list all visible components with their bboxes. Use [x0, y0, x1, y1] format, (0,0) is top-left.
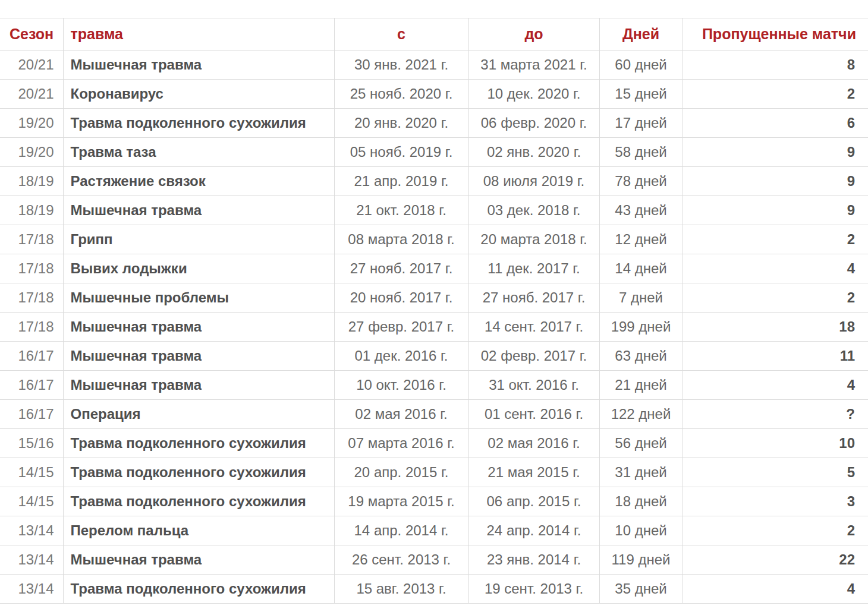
table-row: 16/17Мышечная травма10 окт. 2016 г.31 ок…	[0, 371, 868, 400]
cell-missed: 4	[683, 371, 868, 400]
cell-season: 17/18	[0, 225, 63, 254]
cell-missed: 18	[683, 313, 868, 342]
cell-missed: 2	[683, 283, 868, 313]
cell-to: 21 мая 2015 г.	[468, 458, 599, 487]
cell-from: 10 окт. 2016 г.	[334, 371, 468, 400]
cell-to: 31 марта 2021 г.	[468, 51, 599, 80]
table-row: 14/15Травма подколенного сухожилия20 апр…	[0, 458, 868, 487]
cell-to: 24 апр. 2014 г.	[468, 516, 599, 545]
cell-injury: Мышечная травма	[63, 51, 334, 80]
cell-missed: 6	[683, 109, 868, 138]
cell-injury: Мышечные проблемы	[63, 283, 334, 313]
cell-injury: Мышечная травма	[63, 196, 334, 225]
cell-missed: 5	[683, 458, 868, 487]
cell-to: 01 сент. 2016 г.	[468, 400, 599, 429]
cell-season: 20/21	[0, 80, 63, 109]
cell-missed: 8	[683, 51, 868, 80]
column-header-days: Дней	[599, 18, 683, 51]
cell-to: 02 мая 2016 г.	[468, 429, 599, 458]
cell-from: 05 нояб. 2019 г.	[334, 138, 468, 167]
cell-days: 7 дней	[599, 283, 683, 313]
injury-history-table: Сезон травма с до Дней Пропущенные матчи…	[0, 18, 868, 604]
cell-to: 03 дек. 2018 г.	[468, 196, 599, 225]
cell-to: 14 сент. 2017 г.	[468, 313, 599, 342]
column-header-missed-matches: Пропущенные матчи	[683, 18, 868, 51]
cell-to: 11 дек. 2017 г.	[468, 254, 599, 283]
table-row: 17/18Грипп08 марта 2018 г.20 марта 2018 …	[0, 225, 868, 254]
cell-from: 21 апр. 2019 г.	[334, 167, 468, 196]
table-row: 14/15Травма подколенного сухожилия19 мар…	[0, 487, 868, 516]
cell-season: 19/20	[0, 138, 63, 167]
cell-season: 18/19	[0, 196, 63, 225]
cell-days: 58 дней	[599, 138, 683, 167]
cell-injury: Грипп	[63, 225, 334, 254]
cell-season: 20/21	[0, 51, 63, 80]
cell-missed: 10	[683, 429, 868, 458]
cell-season: 15/16	[0, 429, 63, 458]
cell-days: 18 дней	[599, 487, 683, 516]
cell-missed: 11	[683, 342, 868, 371]
cell-injury: Мышечная травма	[63, 545, 334, 575]
cell-season: 17/18	[0, 313, 63, 342]
cell-injury: Мышечная травма	[63, 342, 334, 371]
cell-from: 21 окт. 2018 г.	[334, 196, 468, 225]
cell-days: 56 дней	[599, 429, 683, 458]
cell-to: 31 окт. 2016 г.	[468, 371, 599, 400]
cell-season: 13/14	[0, 575, 63, 604]
cell-to: 27 нояб. 2017 г.	[468, 283, 599, 313]
cell-from: 07 марта 2016 г.	[334, 429, 468, 458]
cell-to: 19 сент. 2013 г.	[468, 575, 599, 604]
column-header-injury: травма	[63, 18, 334, 51]
cell-season: 18/19	[0, 167, 63, 196]
cell-missed: 9	[683, 196, 868, 225]
cell-from: 20 нояб. 2017 г.	[334, 283, 468, 313]
table-row: 16/17Мышечная травма01 дек. 2016 г.02 фе…	[0, 342, 868, 371]
cell-injury: Мышечная травма	[63, 371, 334, 400]
table-row: 13/14Травма подколенного сухожилия15 авг…	[0, 575, 868, 604]
cell-season: 13/14	[0, 545, 63, 575]
cell-from: 02 мая 2016 г.	[334, 400, 468, 429]
cell-to: 23 янв. 2014 г.	[468, 545, 599, 575]
cell-injury: Растяжение связок	[63, 167, 334, 196]
cell-missed: 4	[683, 575, 868, 604]
cell-days: 122 дней	[599, 400, 683, 429]
cell-missed: 2	[683, 80, 868, 109]
cell-days: 35 дней	[599, 575, 683, 604]
table-row: 20/21Мышечная травма30 янв. 2021 г.31 ма…	[0, 51, 868, 80]
table-row: 19/20Травма подколенного сухожилия20 янв…	[0, 109, 868, 138]
cell-injury: Травма подколенного сухожилия	[63, 458, 334, 487]
cell-from: 15 авг. 2013 г.	[334, 575, 468, 604]
cell-season: 16/17	[0, 400, 63, 429]
table-row: 13/14Перелом пальца14 апр. 2014 г.24 апр…	[0, 516, 868, 545]
cell-to: 02 февр. 2017 г.	[468, 342, 599, 371]
cell-days: 14 дней	[599, 254, 683, 283]
cell-missed: 4	[683, 254, 868, 283]
cell-days: 15 дней	[599, 80, 683, 109]
table-row: 16/17Операция02 мая 2016 г.01 сент. 2016…	[0, 400, 868, 429]
cell-season: 13/14	[0, 516, 63, 545]
cell-to: 06 февр. 2020 г.	[468, 109, 599, 138]
cell-missed: ?	[683, 400, 868, 429]
cell-season: 19/20	[0, 109, 63, 138]
cell-from: 19 марта 2015 г.	[334, 487, 468, 516]
table-row: 18/19Мышечная травма21 окт. 2018 г.03 де…	[0, 196, 868, 225]
cell-season: 16/17	[0, 371, 63, 400]
header-row: Сезон травма с до Дней Пропущенные матчи	[0, 18, 868, 51]
cell-days: 12 дней	[599, 225, 683, 254]
cell-to: 02 янв. 2020 г.	[468, 138, 599, 167]
table-row: 17/18Мышечные проблемы20 нояб. 2017 г.27…	[0, 283, 868, 313]
cell-season: 14/15	[0, 487, 63, 516]
cell-to: 06 апр. 2015 г.	[468, 487, 599, 516]
cell-from: 27 нояб. 2017 г.	[334, 254, 468, 283]
cell-to: 10 дек. 2020 г.	[468, 80, 599, 109]
cell-missed: 2	[683, 225, 868, 254]
cell-days: 63 дней	[599, 342, 683, 371]
cell-days: 43 дней	[599, 196, 683, 225]
cell-season: 17/18	[0, 254, 63, 283]
column-header-from: с	[334, 18, 468, 51]
cell-injury: Травма подколенного сухожилия	[63, 575, 334, 604]
cell-days: 17 дней	[599, 109, 683, 138]
table-row: 13/14Мышечная травма26 сент. 2013 г.23 я…	[0, 545, 868, 575]
cell-from: 14 апр. 2014 г.	[334, 516, 468, 545]
cell-from: 26 сент. 2013 г.	[334, 545, 468, 575]
